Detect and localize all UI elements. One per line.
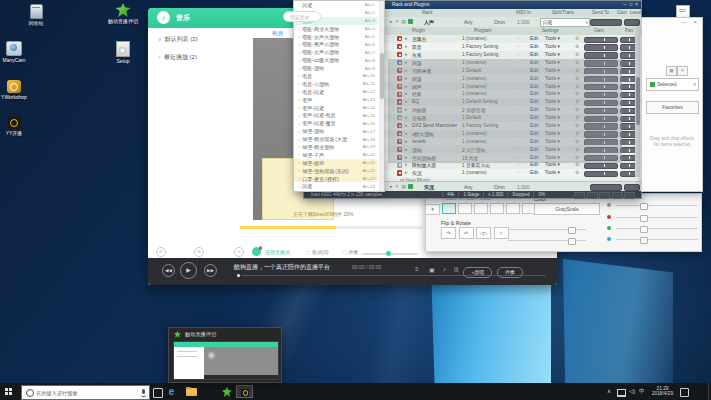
gear-icon[interactable]: ⚙	[575, 52, 579, 57]
minimize-icon[interactable]: —	[681, 19, 686, 25]
preset-row[interactable]: ♪ 变声-闪避-电音 Alt+15	[294, 111, 378, 119]
plugin-scrollbar[interactable]	[635, 35, 640, 177]
add-icon[interactable]: +	[234, 247, 244, 257]
plugin-program[interactable]: 1 音量最大化	[462, 162, 514, 168]
tray-chevron-icon[interactable]: ∧	[607, 388, 611, 394]
desktop-icon-yworkshop[interactable]: YWorkshop	[0, 80, 36, 100]
show-desktop-strip[interactable]	[708, 383, 709, 400]
taskbar-search-box[interactable]: 在此键入进行搜索	[21, 385, 150, 400]
midi-mode-value[interactable]: Omn	[494, 19, 505, 25]
adjust-slider[interactable]	[508, 229, 586, 230]
edit-button[interactable]: Edit	[530, 162, 538, 167]
blue-slider[interactable]	[616, 239, 698, 240]
preset-row[interactable]: ♪ 城堡-干声 Alt+20	[294, 151, 378, 159]
accompaniment-item[interactable]: 伴奏	[342, 249, 358, 255]
lyrics-item[interactable]: 歌词(0)	[306, 249, 328, 255]
send-to-dropdown[interactable]: 闪避	[540, 18, 590, 27]
preset-row[interactable]: ♪ 唱歌-女声大混响 Alt+5	[294, 33, 378, 41]
preset-row[interactable]: ♪ 电音-闪避 Alt+12	[294, 88, 378, 96]
plugin-program[interactable]: 1 (noname)	[462, 170, 514, 175]
preset-row[interactable]: ♪ 闪避 Alt+24	[294, 182, 378, 190]
edit-button[interactable]: Edit	[530, 44, 538, 49]
preset-row[interactable]: ♪ 唱歌-女声小混响 Alt+7	[294, 48, 378, 56]
flip-rotate-button[interactable]: ↕	[494, 227, 509, 239]
drag-handle-icon[interactable]: ⋮	[391, 36, 396, 41]
flip-rotate-button[interactable]: ↶	[459, 227, 474, 239]
refresh-icon[interactable]: ⟳	[156, 247, 166, 257]
volume-mini-slider[interactable]	[362, 253, 418, 255]
layout-option[interactable]	[458, 203, 472, 214]
connect-status-icon[interactable]	[252, 247, 261, 256]
next-track-button[interactable]: ▶▶	[204, 264, 217, 277]
preset-row[interactable]: ♪ 唱歌-男声小混响 Alt+6	[294, 40, 378, 48]
tools-dropdown[interactable]: Tools ▾	[545, 36, 560, 41]
gear-icon[interactable]: ⚙	[575, 44, 579, 49]
preset-row[interactable]: ♪ 唱歌-混响 Alt+9	[294, 64, 378, 72]
preset-row[interactable]: ♪ 唱歌-cc暖大混响 Alt+8	[294, 56, 378, 64]
network-icon[interactable]	[617, 389, 626, 397]
preset-scrollbar[interactable]	[379, 1, 384, 191]
tools-dropdown[interactable]: Tools ▾	[545, 44, 560, 49]
preset-row[interactable]: ♪ 城堡-混响 Alt+17	[294, 127, 378, 135]
sound-effect-icon[interactable]: ♪	[443, 266, 446, 272]
speaker-icon[interactable]: ▸	[405, 52, 407, 57]
start-button[interactable]	[5, 388, 12, 395]
play-button[interactable]: ▶	[180, 262, 197, 279]
plugin-program[interactable]: 1 (noname)	[462, 36, 514, 41]
thumbnail-preview-image[interactable]	[173, 341, 279, 380]
midi-mode-value[interactable]: Omn	[494, 184, 505, 190]
tools-dropdown[interactable]: Tools ▾	[545, 170, 560, 175]
gear-icon[interactable]: ⚙	[575, 162, 579, 167]
rack-gain-bar[interactable]	[590, 184, 622, 191]
desktop-icon-streamer[interactable]: 触动直播伴侣	[101, 3, 145, 24]
flip-rotate-button[interactable]: ↷	[441, 227, 456, 239]
original-vocal-button[interactable]: ●原唱	[463, 267, 492, 278]
green-slider[interactable]	[616, 228, 698, 229]
connect-status-label[interactable]: 连接直播间	[265, 249, 290, 255]
preset-row[interactable]: ♪ 城堡-商业混响 Alt+19	[294, 143, 378, 151]
speaker-icon[interactable]: ▸	[405, 44, 407, 49]
speaker-icon[interactable]: ▸	[405, 170, 407, 175]
close-icon[interactable]: ×	[693, 19, 697, 25]
grayscale-button[interactable]: GrayScale	[534, 203, 600, 215]
plugin-program[interactable]: 1 Factory Setting	[462, 52, 514, 57]
layout-option[interactable]	[474, 203, 488, 214]
red-slider[interactable]	[616, 217, 698, 218]
taskbar-icon-explorer[interactable]	[183, 385, 200, 398]
drag-handle-icon[interactable]: ⋮	[391, 170, 396, 175]
window-controls[interactable]: ─ □ ×	[623, 2, 639, 7]
adjust-slider[interactable]	[508, 240, 586, 241]
plugin-program[interactable]: 1 Factory Setting	[462, 44, 514, 49]
desktop-icon-yy[interactable]: YY开播	[0, 116, 36, 136]
accompaniment-button[interactable]: 伴奏	[497, 267, 523, 278]
midi-in-value[interactable]: Any	[464, 184, 473, 190]
drag-handle-icon[interactable]: ⋮	[391, 162, 396, 167]
preset-row[interactable]: ♪ 变声-闪避-魔音 Alt+16	[294, 119, 378, 127]
speaker-icon[interactable]: ▸	[405, 36, 407, 41]
list-view-icon[interactable]: ≡	[677, 66, 688, 76]
desktop-icon-setup[interactable]: Setup	[101, 41, 145, 64]
favorites-button[interactable]: Favorites	[646, 101, 699, 114]
taskbar-icon-streamer[interactable]	[219, 385, 236, 398]
gear-icon[interactable]: ⚙	[575, 36, 579, 41]
task-view-button[interactable]	[153, 388, 163, 398]
preset-row[interactable]: ♪ 城堡-商业现场 (大混 Alt+18	[294, 135, 378, 143]
ime-indicator[interactable]: 中	[639, 388, 645, 395]
video-mode-icon[interactable]: ▣	[429, 266, 435, 273]
taskbar-thumbnail-preview[interactable]: 触动直播伴侣	[168, 327, 282, 383]
flip-rotate-button[interactable]: ◁▷	[476, 227, 491, 239]
volume-icon[interactable]: ◁)	[629, 388, 635, 394]
midi-in-value[interactable]: Any	[464, 19, 473, 25]
brightness-slider[interactable]	[616, 205, 698, 206]
preset-row[interactable]: ♪ 城堡-强热现场 (充词) Alt+22	[294, 167, 378, 175]
preset-row[interactable]: ♪ 闪避 Alt+1	[294, 1, 378, 9]
check-update-link[interactable]: 检测	[272, 30, 283, 37]
tools-dropdown[interactable]: Tools ▾	[545, 52, 560, 57]
preset-row[interactable]: ♪ 变声 Alt+13	[294, 96, 378, 104]
edit-button[interactable]: Edit	[530, 36, 538, 41]
preset-search-input[interactable]: 搜索音效	[283, 11, 321, 22]
drag-handle-icon[interactable]: ⋮	[391, 44, 396, 49]
speaker-icon[interactable]: ▸	[405, 162, 407, 167]
edit-button[interactable]: Edit	[530, 170, 538, 175]
tools-dropdown[interactable]: Tools ▾	[545, 162, 560, 167]
